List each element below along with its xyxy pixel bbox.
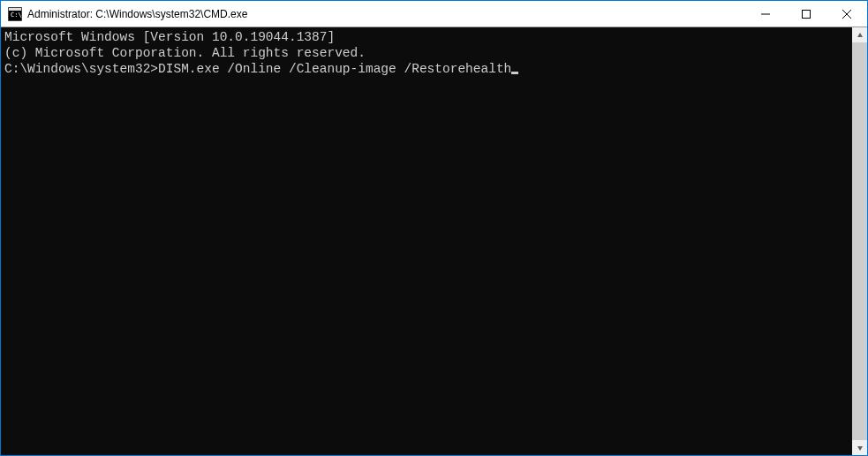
cmd-window: C:\ Administrator: C:\Windows\system32\C… [1, 1, 867, 455]
scroll-down-button[interactable] [852, 440, 867, 455]
terminal-prompt-line: C:\Windows\system32>DISM.exe /Online /Cl… [4, 61, 849, 77]
window-title: Administrator: C:\Windows\system32\CMD.e… [27, 8, 745, 20]
terminal-line: Microsoft Windows [Version 10.0.19044.13… [4, 29, 849, 45]
minimize-button[interactable] [745, 1, 786, 27]
svg-marker-8 [857, 446, 863, 451]
titlebar[interactable]: C:\ Administrator: C:\Windows\system32\C… [1, 1, 867, 27]
scroll-thumb[interactable] [852, 42, 867, 440]
terminal-cursor [511, 72, 518, 74]
terminal-command: DISM.exe /Online /Cleanup-image /Restore… [158, 62, 511, 76]
close-button[interactable] [826, 1, 867, 27]
svg-rect-1 [9, 8, 21, 11]
svg-rect-4 [803, 10, 811, 18]
content-area: Microsoft Windows [Version 10.0.19044.13… [1, 27, 867, 455]
svg-text:C:\: C:\ [11, 11, 22, 19]
window-controls [745, 1, 867, 27]
maximize-button[interactable] [786, 1, 826, 27]
terminal-prompt: C:\Windows\system32> [4, 62, 158, 76]
scroll-up-button[interactable] [852, 27, 867, 42]
terminal-line: (c) Microsoft Corporation. All rights re… [4, 45, 849, 61]
terminal[interactable]: Microsoft Windows [Version 10.0.19044.13… [1, 27, 852, 455]
svg-marker-7 [857, 33, 863, 37]
scroll-track[interactable] [852, 42, 867, 440]
vertical-scrollbar[interactable] [852, 27, 867, 455]
cmd-icon: C:\ [8, 7, 22, 21]
